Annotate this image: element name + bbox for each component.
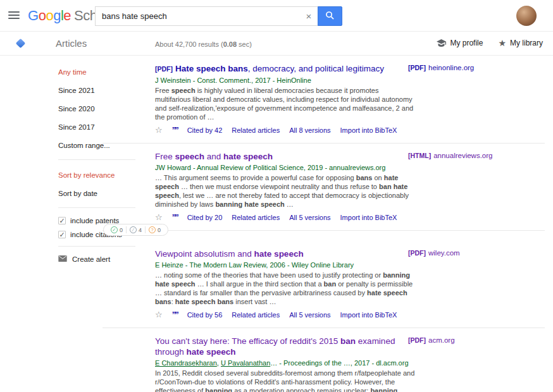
save-star-icon[interactable]: ☆: [155, 125, 163, 135]
graduation-cap-icon: [437, 39, 446, 47]
result-title-link[interactable]: Viewpoint absolutism and hate speech: [155, 249, 304, 259]
extension-gem-icon[interactable]: [16, 39, 26, 49]
related-articles-link[interactable]: Related articles: [232, 214, 280, 221]
mentioning-count: 4: [139, 227, 142, 233]
fulltext-domain[interactable]: heinonline.org: [428, 64, 474, 71]
all-versions-link[interactable]: All 8 versions: [289, 126, 330, 134]
cite-quote-icon[interactable]: ””: [172, 125, 178, 135]
import-bibtex-link[interactable]: Import into BibTeX: [340, 311, 397, 319]
result-snippet: … noting some of the theories that have …: [155, 271, 416, 306]
cited-by-link[interactable]: Cited by 42: [187, 126, 223, 134]
cite-quote-icon[interactable]: ””: [172, 310, 178, 319]
result-byline: E Heinze - The Modern Law Review, 2006 -…: [155, 261, 413, 269]
search-result-3: Viewpoint absolutism and hate speech E H…: [101, 241, 545, 328]
fulltext-domain[interactable]: acm.org: [428, 336, 455, 344]
my-profile-label: My profile: [450, 39, 483, 47]
cited-by-link[interactable]: Cited by 56: [187, 311, 223, 319]
fulltext-link[interactable]: [PDF]heinonline.org: [408, 64, 474, 71]
all-versions-link[interactable]: All 5 versions: [289, 311, 330, 319]
search-box: ×: [95, 6, 342, 26]
result-title-link[interactable]: Free speech and hate speech: [155, 152, 273, 161]
filetype-tag: [PDF]: [408, 336, 426, 344]
related-articles-link[interactable]: Related articles: [232, 311, 280, 319]
result-snippet: … This argument seems to provide a power…: [155, 173, 416, 209]
fulltext-domain[interactable]: annualreviews.org: [433, 152, 492, 159]
filetype-tag: [PDF]: [408, 64, 426, 71]
magnifier-icon: [325, 11, 335, 22]
all-versions-link[interactable]: All 5 versions: [289, 214, 330, 221]
logo-letter: G: [28, 8, 39, 23]
result-byline: JW Howard - Annual Review of Political S…: [155, 164, 413, 171]
account-avatar[interactable]: [516, 6, 537, 26]
supporting-count: 0: [120, 227, 123, 233]
logo-letter: g: [53, 8, 61, 23]
my-library-label: My library: [510, 39, 543, 47]
search-button[interactable]: [318, 6, 342, 26]
checkbox-checked-icon: ✓: [58, 231, 66, 238]
clear-search-icon[interactable]: ×: [304, 11, 314, 21]
logo-letter: o: [46, 8, 53, 23]
result-snippet: Free speech is highly valued in liberal …: [155, 86, 416, 121]
fulltext-link[interactable]: [PDF]wiley.com: [408, 249, 460, 257]
my-profile-link[interactable]: My profile: [437, 39, 483, 47]
menu-icon[interactable]: [8, 11, 20, 20]
scite-badge[interactable]: ✓0 ∕4 ?0: [103, 224, 168, 236]
save-star-icon[interactable]: ☆: [155, 212, 163, 222]
search-input[interactable]: [95, 6, 318, 26]
result-byline: J Weinstein - Const. Comment., 2017 - He…: [155, 77, 413, 84]
contrasting-question-icon: ?: [149, 226, 156, 233]
result-actions: ☆ ”” Cited by 20 Related articles All 5 …: [155, 212, 545, 222]
import-bibtex-link[interactable]: Import into BibTeX: [340, 126, 397, 134]
library-star-icon: ★: [498, 39, 506, 47]
fulltext-domain[interactable]: wiley.com: [428, 249, 460, 257]
results-stats: About 42,700 results (0.08 sec): [155, 40, 252, 48]
fulltext-link[interactable]: [PDF]acm.org: [408, 336, 455, 344]
result-byline: E Chandrasekharan, U Pavalanathan… - Pro…: [155, 359, 413, 367]
supporting-check-icon: ✓: [111, 226, 118, 233]
logo-letter: e: [63, 8, 71, 23]
search-result-2: Free speech and hate speech JW Howard - …: [101, 144, 545, 230]
envelope-icon: [58, 255, 67, 263]
contrasting-count: 0: [158, 227, 161, 233]
section-label: Articles: [56, 38, 87, 49]
cite-quote-icon[interactable]: ””: [172, 212, 178, 222]
result-divider: ✓0 ∕4 ?0: [103, 230, 545, 231]
result-snippet: In 2015, Reddit closed several subreddit…: [155, 369, 416, 392]
my-library-link[interactable]: ★ My library: [498, 39, 543, 47]
search-result-4: You can't stay here: The efficacy of red…: [101, 328, 545, 392]
mentioning-slash-icon: ∕: [130, 226, 137, 233]
toolbar: Articles About 42,700 results (0.08 sec)…: [0, 32, 553, 56]
result-actions: ☆ ”” Cited by 56 Related articles All 5 …: [155, 310, 545, 319]
result-actions: ☆ ”” Cited by 42 Related articles All 8 …: [155, 125, 545, 135]
related-articles-link[interactable]: Related articles: [232, 126, 280, 134]
import-bibtex-link[interactable]: Import into BibTeX: [340, 214, 397, 221]
results-list: [PDF]Hate speech bans, democracy, and po…: [101, 56, 545, 392]
cited-by-link[interactable]: Cited by 20: [187, 214, 223, 221]
filetype-tag: [PDF]: [155, 65, 173, 73]
filetype-tag: [HTML]: [408, 152, 431, 159]
save-star-icon[interactable]: ☆: [155, 310, 163, 319]
checkbox-checked-icon: ✓: [58, 217, 66, 224]
result-title-link[interactable]: You can't stay here: The efficacy of red…: [155, 336, 395, 357]
search-result-1: [PDF]Hate speech bans, democracy, and po…: [101, 56, 545, 143]
result-title-link[interactable]: Hate speech bans, democracy, and politic…: [175, 64, 384, 73]
logo-letter: o: [39, 8, 46, 23]
fulltext-link[interactable]: [HTML]annualreviews.org: [408, 152, 493, 159]
filetype-tag: [PDF]: [408, 249, 426, 257]
header: GoogleScholar ×: [0, 0, 553, 32]
